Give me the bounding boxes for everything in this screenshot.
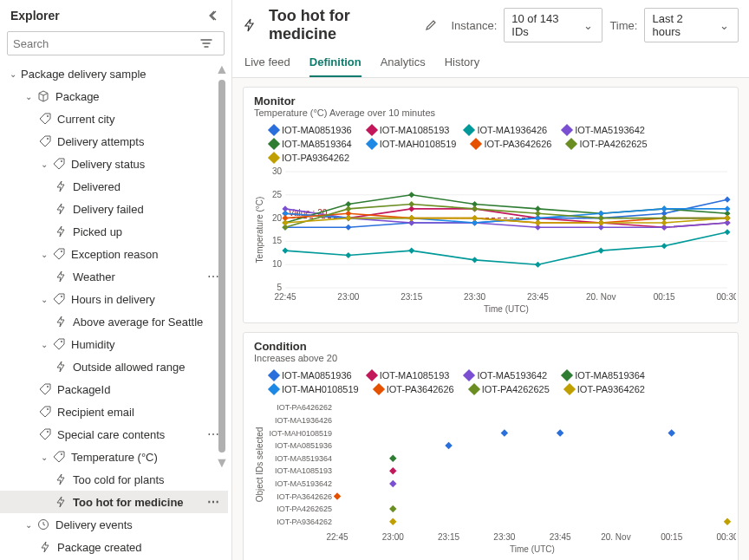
legend-item[interactable]: IOT-PA9364262 bbox=[565, 384, 645, 394]
tree-item[interactable]: Outside allowed range⋯ bbox=[0, 355, 228, 378]
tree-item[interactable]: ⌄Package delivery sample⋯ bbox=[0, 62, 228, 85]
legend-item[interactable]: IOT-MA8519364 bbox=[563, 370, 645, 381]
legend-item[interactable]: IOT-MA1936426 bbox=[465, 125, 547, 135]
tree-item-label: Picked up bbox=[73, 225, 204, 238]
legend-item[interactable]: IOT-MA0851936 bbox=[270, 125, 352, 135]
tree-item[interactable]: Too cold for plants⋯ bbox=[0, 468, 228, 491]
tree-item[interactable]: ⌄Package⋯ bbox=[0, 85, 228, 107]
collapse-sidebar-button[interactable] bbox=[207, 9, 221, 23]
tree-item[interactable]: ⌄Temperature (°C)⋯ bbox=[0, 446, 228, 468]
monitor-card: Monitor Temperature (°C) Average over 10… bbox=[243, 87, 739, 323]
scroll-down-icon[interactable]: ▼ bbox=[215, 456, 229, 470]
swatch-icon bbox=[561, 124, 573, 136]
svg-rect-101 bbox=[408, 215, 414, 221]
legend-item[interactable]: IOT-PA9364262 bbox=[270, 153, 349, 163]
legend-item[interactable]: IOT-MA5193642 bbox=[465, 370, 547, 381]
svg-text:IOT-PA6426262: IOT-PA6426262 bbox=[277, 403, 332, 412]
expand-icon[interactable]: ⌄ bbox=[38, 453, 50, 462]
legend-item[interactable]: IOT-MAH0108519 bbox=[368, 139, 457, 149]
expand-icon[interactable]: ⌄ bbox=[23, 92, 35, 101]
legend-item[interactable]: IOT-MA8519364 bbox=[270, 139, 352, 149]
svg-rect-130 bbox=[668, 429, 674, 436]
legend-item[interactable]: IOT-MA1085193 bbox=[368, 125, 450, 135]
tree-item[interactable]: Delivery failed⋯ bbox=[0, 198, 228, 220]
legend-item[interactable]: IOT-PA3642626 bbox=[472, 139, 551, 149]
chevron-down-icon: ⌄ bbox=[718, 18, 731, 32]
expand-icon[interactable]: ⌄ bbox=[38, 295, 50, 304]
tag-icon bbox=[52, 337, 66, 351]
tree-item[interactable]: Above average for Seattle⋯ bbox=[0, 310, 228, 333]
svg-text:23:00: 23:00 bbox=[337, 292, 359, 302]
bolt-icon bbox=[243, 18, 257, 32]
expand-icon[interactable]: ⌄ bbox=[23, 520, 35, 530]
expand-icon[interactable]: ⌄ bbox=[38, 250, 50, 259]
bolt-icon bbox=[38, 540, 52, 554]
tree-item[interactable]: ⌄Humidity⋯ bbox=[0, 333, 228, 355]
tree-item[interactable]: Delivery attempts⋯ bbox=[0, 130, 228, 153]
svg-text:IOT-MA0851936: IOT-MA0851936 bbox=[275, 441, 332, 450]
tree-item[interactable]: ⌄Delivery events⋯ bbox=[0, 513, 228, 536]
svg-text:25: 25 bbox=[272, 190, 283, 199]
search-input[interactable] bbox=[13, 37, 199, 50]
legend-item[interactable]: IOT-MAH0108519 bbox=[270, 384, 359, 394]
cube-icon bbox=[36, 89, 50, 103]
legend-item[interactable]: IOT-MA1085193 bbox=[368, 370, 450, 381]
explorer-tree[interactable]: ▲ ▼ ⌄Package delivery sample⋯⌄Package⋯Cu… bbox=[0, 62, 231, 560]
scroll-up-icon[interactable]: ▲ bbox=[215, 62, 229, 76]
swatch-icon bbox=[373, 383, 385, 395]
tree-item[interactable]: Current city⋯ bbox=[0, 107, 228, 130]
svg-rect-133 bbox=[389, 480, 396, 487]
tree-item[interactable]: Recipient email⋯ bbox=[0, 400, 228, 423]
time-picker[interactable]: Last 2 hours ⌄ bbox=[644, 8, 739, 42]
tree-item[interactable]: Too hot for medicine⋯ bbox=[0, 491, 228, 513]
condition-subtitle: Increases above 20 bbox=[254, 353, 727, 363]
expand-icon[interactable]: ⌄ bbox=[7, 69, 19, 79]
tree-item[interactable]: Special care contents⋯ bbox=[0, 423, 228, 446]
tree-item[interactable]: Weather⋯ bbox=[0, 265, 228, 288]
scroll-thumb[interactable] bbox=[218, 80, 225, 453]
legend-item[interactable]: IOT-PA4262625 bbox=[567, 139, 647, 149]
tab-analytics[interactable]: Analytics bbox=[381, 50, 426, 77]
tree-item[interactable]: Package created⋯ bbox=[0, 536, 228, 558]
tree-item[interactable]: ⌄Hours in delivery⋯ bbox=[0, 288, 228, 310]
legend-item[interactable]: IOT-PA4262625 bbox=[470, 384, 550, 394]
condition-chart[interactable]: IOT-PA6426262IOT-MA1936426IOT-MAH0108519… bbox=[254, 398, 736, 554]
page-title: Too hot for medicine bbox=[269, 7, 417, 43]
legend-item[interactable]: IOT-MA5193642 bbox=[563, 125, 645, 135]
tree-item[interactable]: Picked up⋯ bbox=[0, 220, 228, 243]
header-bar: Too hot for medicine Instance: 10 of 143… bbox=[232, 0, 749, 50]
tag-icon bbox=[38, 382, 52, 396]
legend-item[interactable]: IOT-PA3642626 bbox=[374, 384, 454, 394]
content-scroll[interactable]: Monitor Temperature (°C) Average over 10… bbox=[232, 78, 749, 560]
search-input-wrap[interactable] bbox=[7, 31, 225, 55]
svg-text:23:45: 23:45 bbox=[550, 532, 571, 542]
svg-text:20. Nov: 20. Nov bbox=[586, 292, 615, 302]
legend-item[interactable]: IOT-MA0851936 bbox=[270, 370, 352, 381]
tab-live-feed[interactable]: Live feed bbox=[244, 50, 290, 77]
expand-icon[interactable]: ⌄ bbox=[38, 160, 50, 169]
svg-rect-137 bbox=[724, 518, 731, 524]
svg-text:IOT-MAH0108519: IOT-MAH0108519 bbox=[269, 429, 332, 438]
instance-value: 10 of 143 IDs bbox=[511, 12, 576, 38]
tree-item[interactable]: PackageId⋯ bbox=[0, 378, 228, 400]
svg-rect-81 bbox=[661, 205, 668, 212]
svg-text:20: 20 bbox=[272, 213, 283, 223]
tree-item-label: Hours in delivery bbox=[71, 293, 204, 306]
tag-icon bbox=[52, 292, 66, 306]
tree-scrollbar[interactable]: ▲ ▼ bbox=[214, 62, 230, 560]
monitor-chart[interactable]: 51015202530Value : 2022:4523:0023:1523:3… bbox=[254, 166, 736, 314]
tree-item[interactable]: Delivered⋯ bbox=[0, 175, 228, 198]
svg-rect-94 bbox=[472, 205, 478, 212]
edit-title-button[interactable] bbox=[424, 18, 437, 32]
tab-history[interactable]: History bbox=[445, 50, 479, 77]
tree-item[interactable]: ⌄Exception reason⋯ bbox=[0, 243, 228, 265]
tree-item-label: Delivery attempts bbox=[57, 135, 204, 148]
tree-item-label: Delivery events bbox=[55, 518, 204, 531]
expand-icon[interactable]: ⌄ bbox=[38, 340, 50, 349]
svg-point-9 bbox=[61, 453, 62, 455]
instance-picker[interactable]: 10 of 143 IDs ⌄ bbox=[504, 8, 602, 42]
filter-icon[interactable] bbox=[199, 36, 213, 50]
tab-definition[interactable]: Definition bbox=[309, 50, 361, 77]
tree-item[interactable]: ⌄Delivery status⋯ bbox=[0, 153, 228, 175]
svg-rect-103 bbox=[535, 219, 541, 225]
